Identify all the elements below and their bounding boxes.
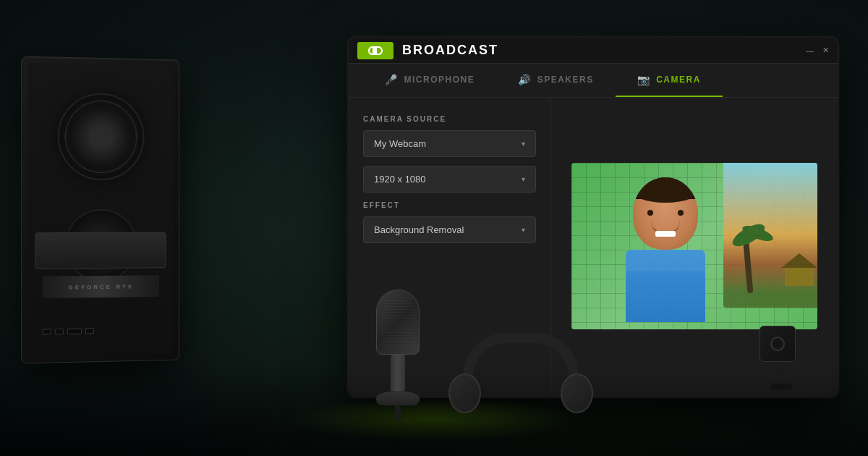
mic-body <box>391 355 405 391</box>
effect-dropdown[interactable]: Background Removal ▾ <box>363 216 536 243</box>
person-torso <box>626 250 705 322</box>
camera-source-arrow: ▾ <box>522 140 525 148</box>
cam-lens <box>770 337 785 351</box>
tab-speakers[interactable]: 🔊 SPEAKERS <box>496 64 616 97</box>
tab-speakers-label: SPEAKERS <box>537 75 594 85</box>
person-eyes <box>647 210 684 216</box>
effect-value: Background Removal <box>374 224 464 235</box>
title-bar: BROADCAST — ✕ <box>349 38 838 64</box>
camera-icon: 📷 <box>637 74 651 85</box>
window-controls: — ✕ <box>806 46 829 55</box>
pc-ports <box>43 328 94 334</box>
mic-head <box>376 290 420 355</box>
headphones <box>448 333 593 427</box>
pc-tower-inner: GEFORCE RTX <box>27 63 173 357</box>
camera-source-value: My Webcam <box>374 138 426 149</box>
person-head <box>633 177 698 250</box>
cam-stand <box>779 362 783 384</box>
person-hair <box>633 177 698 199</box>
nvidia-logo-svg <box>365 46 386 56</box>
resolution-dropdown[interactable]: 1920 x 1080 ▾ <box>363 166 536 193</box>
headphone-cup-left <box>448 373 481 413</box>
mic-base <box>376 391 420 405</box>
tab-camera-label: CAMERA <box>656 75 701 85</box>
headphone-band <box>463 333 579 376</box>
microphone-icon: 🎤 <box>385 74 399 85</box>
headphone-cup-right <box>561 373 593 413</box>
camera-source-dropdown[interactable]: My Webcam ▾ <box>363 130 536 157</box>
cam-base <box>770 384 792 389</box>
headphone-cups <box>448 373 593 413</box>
camera-preview <box>571 163 817 329</box>
effect-arrow: ▾ <box>522 226 525 234</box>
person-eye-left <box>647 210 653 216</box>
resolution-value: 1920 x 1080 <box>374 174 426 185</box>
microphone-physical <box>369 290 427 420</box>
app-title: BROADCAST <box>402 43 806 58</box>
person-eye-right <box>678 210 684 216</box>
pc-rtx-label: GEFORCE RTX <box>43 275 159 298</box>
mic-foot <box>395 405 401 420</box>
tab-microphone[interactable]: 🎤 MICROPHONE <box>363 64 496 97</box>
camera-source-label: CAMERA SOURCE <box>363 115 536 123</box>
preview-person <box>593 170 738 329</box>
cam-body <box>760 326 796 362</box>
shirt-collar <box>626 250 705 271</box>
nav-tabs: 🎤 MICROPHONE 🔊 SPEAKERS 📷 CAMERA <box>349 64 838 98</box>
nvidia-logo <box>357 42 393 59</box>
tab-camera[interactable]: 📷 CAMERA <box>616 64 723 97</box>
pc-tower: GEFORCE RTX <box>21 56 179 363</box>
tab-microphone-label: MICROPHONE <box>404 75 475 85</box>
pc-fan <box>58 93 145 180</box>
effect-label: EFFECT <box>363 201 536 209</box>
person-teeth <box>655 231 676 237</box>
minimize-button[interactable]: — <box>806 46 814 55</box>
speakers-icon: 🔊 <box>518 74 532 85</box>
small-webcam <box>760 326 803 398</box>
hut-roof <box>781 253 817 268</box>
gpu-card <box>35 232 166 269</box>
close-button[interactable]: ✕ <box>822 46 829 55</box>
resolution-arrow: ▾ <box>522 175 525 183</box>
